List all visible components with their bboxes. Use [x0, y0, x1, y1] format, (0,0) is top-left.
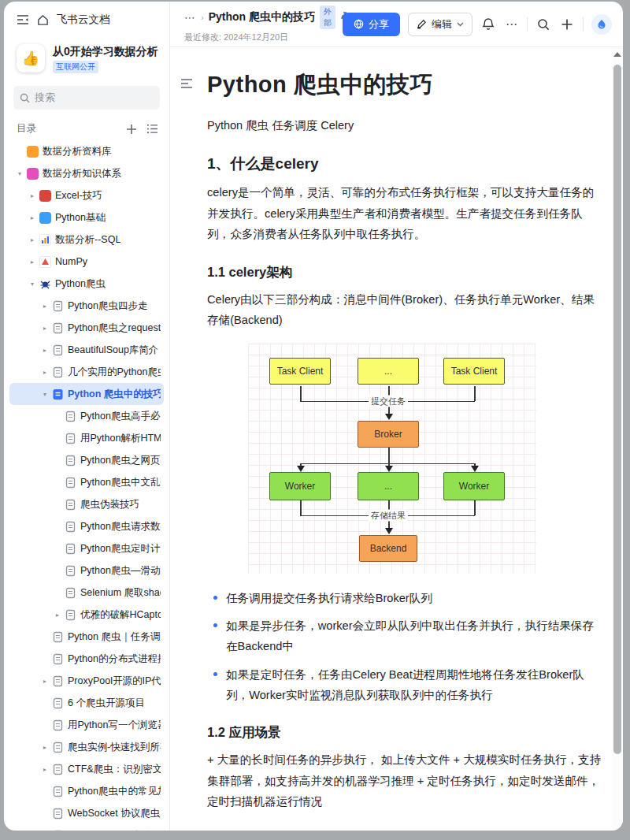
tree-item[interactable]: Python爬虫中的常见加… — [9, 780, 164, 802]
expand-arrow-icon[interactable]: ▸ — [39, 744, 50, 751]
doc-scrollbar[interactable] — [612, 47, 623, 831]
scroll-up-button[interactable] — [612, 47, 623, 61]
tree-item[interactable]: ▸爬虫实例-快速找到所有… — [9, 736, 164, 758]
expand-arrow-icon[interactable]: ▸ — [39, 369, 50, 376]
bullet-text: 如果是定时任务，任务由Celery Beat进程周期性地将任务发往Broker队… — [226, 668, 584, 701]
app-title: 飞书云文档 — [57, 13, 110, 27]
tree-item[interactable]: 爬虫伪装技巧 — [9, 493, 164, 515]
last-modified: 最近修改: 2024年12月20日 — [184, 32, 343, 43]
doc-outline-icon[interactable] — [180, 79, 193, 88]
globe-icon — [354, 19, 364, 29]
tree-item[interactable]: ▸Excel-技巧 — [9, 184, 164, 206]
tree-item[interactable]: ▸几个实用的Python爬虫库 — [9, 361, 164, 383]
document-icon — [65, 499, 76, 511]
edit-button[interactable]: 编辑 — [408, 13, 472, 36]
tree-item[interactable]: ▸NumPy — [9, 251, 164, 273]
tree-item[interactable]: Python爬虫之网页字… — [9, 449, 164, 471]
document-icon — [52, 653, 64, 665]
share-button[interactable]: 分享 — [343, 13, 400, 36]
tree-item[interactable]: Python爬虫中文乱码… — [9, 471, 164, 493]
doc-breadcrumb-title[interactable]: Python 爬虫中的技巧 — [209, 10, 315, 24]
arrow-down-icon — [297, 466, 305, 472]
tree-item[interactable]: Python爬虫高手必备… — [9, 405, 164, 427]
tree-item-label: WebSocket 协议爬虫，… — [68, 807, 161, 820]
tree-item[interactable]: Python爬虫—滑动验… — [9, 559, 164, 582]
collapse-sidebar-icon[interactable] — [17, 14, 29, 25]
tree-item-label: Excel-技巧 — [55, 189, 102, 203]
global-search-icon[interactable] — [536, 17, 551, 32]
tree-item-label: Python爬虫高手必备… — [80, 410, 161, 423]
directory-settings-icon[interactable] — [146, 124, 158, 134]
tree-item[interactable]: 用Python写一个浏览器… — [9, 714, 164, 736]
tree-item[interactable]: 6 个爬虫开源项目 — [9, 692, 164, 714]
document-icon — [52, 808, 64, 820]
expand-arrow-icon[interactable]: ▸ — [27, 258, 38, 266]
expand-arrow-icon[interactable]: ▾ — [27, 281, 38, 288]
tree-item-label: Python爬虫—滑动验… — [80, 564, 161, 578]
tree-item[interactable]: Python爬虫定时计划… — [9, 537, 164, 559]
notifications-bell-icon[interactable] — [480, 16, 496, 32]
tree-item-label: Python爬虫之requests… — [68, 322, 161, 335]
tree-item[interactable]: ▸Python基础 — [9, 206, 164, 229]
tree-item[interactable]: ▸ProxyPool开源的IP代理池 — [9, 670, 164, 692]
expand-arrow-icon[interactable]: ▸ — [39, 303, 50, 310]
tree-item[interactable]: ▸数据分析--SQL — [9, 229, 164, 251]
share-label: 分享 — [369, 17, 389, 32]
tree-item-label: Selenium 爬取shado… — [80, 586, 161, 600]
document-icon — [65, 587, 76, 599]
user-avatar[interactable] — [591, 14, 612, 35]
expand-arrow-icon[interactable]: ▾ — [39, 391, 50, 398]
more-actions-button[interactable]: ⋯ — [504, 16, 519, 33]
tree-item[interactable]: WebSocket 协议爬虫，… — [9, 802, 164, 824]
bullet-text: 如果是异步任务，worker会立即从队列中取出任务并执行，执行结果保存在Back… — [226, 619, 594, 652]
expand-arrow-icon[interactable]: ▸ — [39, 347, 50, 354]
document-icon — [52, 366, 64, 378]
tree-item[interactable]: Python的分布式进程接… — [9, 648, 164, 670]
home-icon[interactable] — [37, 14, 49, 26]
document-icon — [52, 742, 64, 753]
tree-item[interactable]: ▸Python爬虫之requests… — [9, 317, 164, 339]
expand-arrow-icon[interactable]: ▸ — [39, 766, 50, 773]
document-icon — [65, 477, 76, 489]
expand-arrow-icon[interactable]: ▸ — [27, 214, 38, 221]
expand-arrow-icon[interactable]: ▸ — [27, 236, 38, 243]
tree-item[interactable]: Python 爬虫｜任务调度… — [9, 626, 164, 648]
search-input[interactable]: 搜索 — [13, 86, 160, 110]
scrollbar-thumb[interactable] — [613, 65, 621, 754]
tree-item-label: ProxyPool开源的IP代理池 — [68, 675, 161, 688]
expand-arrow-icon[interactable]: ▾ — [14, 170, 25, 177]
tree-item[interactable]: Python爬虫请求数据… — [9, 515, 164, 537]
tree-item[interactable]: ▸BeautifulSoup库简介 — [9, 339, 164, 361]
expand-arrow-icon[interactable]: ▸ — [39, 325, 50, 332]
diagram-worker-box: Worker — [269, 472, 331, 500]
excel-icon — [39, 190, 51, 202]
create-new-button[interactable] — [559, 17, 575, 32]
add-page-button[interactable] — [126, 124, 137, 135]
tree-item[interactable]: 用Python解析HTML… — [9, 427, 164, 449]
breadcrumb-more-button[interactable]: ⋯ — [184, 11, 196, 24]
celery-architecture-diagram[interactable]: Task Client ... Task Client 提交任务 Broker — [248, 344, 536, 574]
tree-item[interactable]: ▸CTF&爬虫：识别密文加… — [9, 758, 164, 780]
bullet-text: 任务调用提交任务执行请求给Broker队列 — [226, 592, 432, 604]
tree-item[interactable]: 数据分析资料库 — [9, 140, 164, 162]
tree-item[interactable]: ▾数据分析知识体系 — [9, 162, 164, 184]
expand-arrow-icon[interactable]: ▸ — [39, 678, 50, 685]
tree-item[interactable]: ▸Python爬虫四步走 — [9, 295, 164, 317]
workspace-header[interactable]: 👍 从0开始学习数据分析 互联网公开 — [4, 32, 169, 76]
doc-tags: Python 爬虫 任务调度 Celery — [207, 118, 602, 133]
doc-scroll-area[interactable]: Python 爬虫中的技巧 Python 爬虫 任务调度 Celery 1、什么… — [170, 47, 623, 831]
tree-item[interactable]: ▸优雅的破解HCaptch… — [9, 604, 164, 626]
expand-arrow-icon[interactable]: ▸ — [52, 611, 63, 619]
tree-item[interactable]: ▾Python 爬虫中的技巧 — [9, 383, 164, 405]
tree-item[interactable]: Python 一个超快的公共… — [9, 824, 164, 831]
paragraph: + 大量的长时间任务的异步执行， 如上传大文件 + 大规模实时任务执行，支持集群… — [207, 749, 602, 812]
bullet-dot — [213, 623, 217, 627]
tree-item[interactable]: Selenium 爬取shado… — [9, 582, 164, 604]
pencil-icon — [417, 19, 427, 29]
expand-arrow-icon[interactable]: ▸ — [27, 192, 38, 199]
edit-label: 编辑 — [432, 17, 452, 32]
tree-item-label: 爬虫伪装技巧 — [80, 498, 139, 511]
doc-header: ⋯ › Python 爬虫中的技巧 外部 最近修改: 2024年12月20日 — [170, 2, 623, 47]
document-icon — [65, 565, 76, 577]
tree-item[interactable]: ▾Python爬虫 — [9, 273, 164, 295]
